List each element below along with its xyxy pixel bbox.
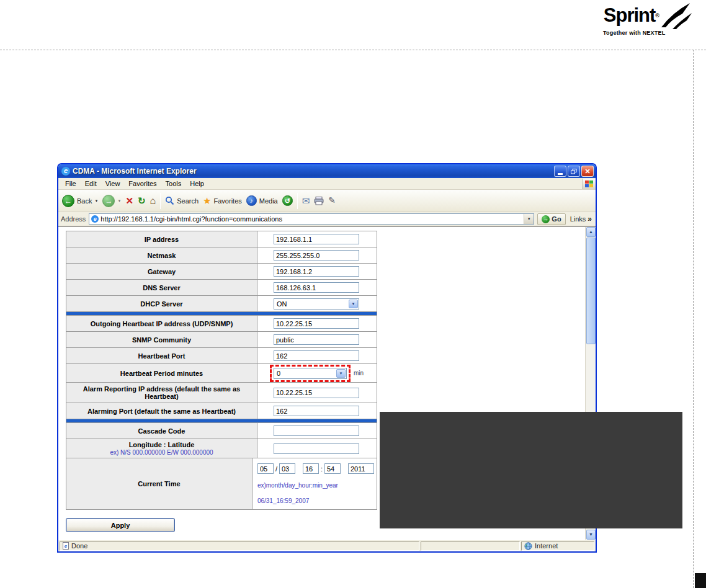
- dhcp-selected-value: ON: [277, 300, 287, 308]
- row-label: Gateway: [66, 264, 257, 279]
- row-label: Alarm Reporting IP address (default the …: [66, 383, 257, 403]
- stop-icon: ✕: [125, 196, 133, 205]
- mail-button[interactable]: ✉: [302, 196, 310, 205]
- back-label: Back: [77, 197, 92, 205]
- edit-button[interactable]: ✎: [328, 196, 336, 205]
- table-row-ip-address: IP address: [66, 231, 377, 247]
- refresh-button[interactable]: ↻: [138, 196, 146, 205]
- time-format-hint: ex)month/day_hour:min_year: [257, 482, 338, 489]
- close-icon: ✕: [584, 167, 590, 176]
- scroll-up-icon[interactable]: ▲: [586, 227, 596, 237]
- address-dropdown-icon[interactable]: ▼: [524, 214, 534, 224]
- snmp-community-input[interactable]: [274, 334, 359, 345]
- heartbeat-port-input[interactable]: [274, 350, 359, 361]
- menu-view[interactable]: View: [101, 179, 125, 189]
- netmask-input[interactable]: [274, 250, 359, 261]
- links-label: Links: [570, 215, 586, 223]
- select-dropdown-icon[interactable]: ▼: [349, 300, 358, 308]
- cascade-code-input[interactable]: [274, 425, 359, 436]
- menu-edit[interactable]: Edit: [81, 179, 101, 189]
- row-label: Outgoing Heartbeat IP address (UDP/SNMP): [66, 316, 257, 331]
- settings-table: IP address Netmask Gateway DNS Server: [66, 231, 377, 510]
- print-button[interactable]: [314, 197, 324, 205]
- ie-app-icon: e: [61, 167, 70, 176]
- scrollbar-thumb[interactable]: [586, 238, 596, 344]
- time-day-input[interactable]: [279, 463, 295, 474]
- row-label: Netmask: [66, 247, 257, 263]
- address-label: Address: [61, 215, 86, 223]
- media-label: Media: [259, 197, 278, 205]
- time-year-input[interactable]: [348, 463, 374, 474]
- page-done-icon: e: [63, 542, 69, 550]
- address-input[interactable]: [101, 214, 524, 224]
- window-title: CDMA - Microsoft Internet Explorer: [73, 167, 554, 176]
- search-button[interactable]: Search: [165, 196, 199, 205]
- alarm-ip-input[interactable]: [274, 388, 359, 398]
- longitude-latitude-input[interactable]: [274, 443, 359, 454]
- apply-button[interactable]: Apply: [66, 518, 175, 532]
- gateway-input[interactable]: [274, 266, 359, 277]
- longitude-format-hint: ex) N/S 000.000000 E/W 000.000000: [110, 449, 213, 456]
- media-button[interactable]: ♪ Media: [246, 195, 278, 206]
- history-button[interactable]: ↺: [282, 195, 293, 206]
- time-hour-input[interactable]: [303, 463, 319, 474]
- select-dropdown-icon[interactable]: ▼: [336, 369, 346, 378]
- registered-mark: ®: [655, 12, 659, 19]
- minimize-icon: [558, 173, 563, 175]
- title-bar[interactable]: e CDMA - Microsoft Internet Explorer ✕: [58, 164, 596, 178]
- row-label: Alarming Port (default the same as Heart…: [66, 403, 257, 419]
- settings-form: IP address Netmask Gateway DNS Server: [66, 231, 377, 532]
- back-dropdown-icon[interactable]: ▼: [94, 199, 98, 203]
- status-zone-panel: Internet: [521, 541, 594, 551]
- forward-icon: →: [102, 195, 115, 207]
- go-arrow-icon: →: [542, 215, 550, 223]
- refresh-icon: ↻: [138, 196, 146, 205]
- links-menu[interactable]: Links »: [569, 215, 593, 223]
- page-favicon: e: [91, 215, 99, 223]
- forward-dropdown-icon[interactable]: ▼: [117, 199, 121, 203]
- redaction-overlay: [380, 412, 682, 528]
- page-divider-horizontal: [0, 50, 706, 50]
- time-minute-input[interactable]: [324, 463, 341, 474]
- status-bar: e Done Internet: [58, 540, 596, 551]
- table-row-alarm-ip: Alarm Reporting IP address (default the …: [66, 383, 377, 403]
- status-spacer-panel: [421, 541, 520, 551]
- scroll-down-icon[interactable]: ▼: [586, 530, 596, 540]
- favorites-button[interactable]: ★ Favorites: [203, 196, 242, 205]
- time-slash-separator: /: [275, 465, 277, 473]
- restore-button[interactable]: [568, 166, 580, 177]
- time-colon-separator: :: [321, 465, 323, 473]
- menu-tools[interactable]: Tools: [161, 179, 186, 189]
- time-month-input[interactable]: [257, 463, 274, 474]
- minimize-button[interactable]: [554, 166, 566, 177]
- dns-server-input[interactable]: [274, 282, 359, 293]
- row-label: Heartbeat Period minutes: [66, 364, 257, 382]
- row-label: Longitude : Latitude: [129, 441, 195, 448]
- heartbeat-ip-input[interactable]: [274, 318, 359, 329]
- table-row-gateway: Gateway: [66, 264, 377, 280]
- toolbar-separator: [160, 193, 161, 209]
- menu-favorites[interactable]: Favorites: [124, 179, 161, 189]
- table-row-heartbeat-port: Heartbeat Port: [66, 348, 377, 364]
- time-example-hint: 06/31_16:59_2007: [257, 497, 309, 504]
- menu-help[interactable]: Help: [185, 179, 208, 189]
- heartbeat-period-select[interactable]: 0 ▼: [274, 368, 347, 379]
- close-button[interactable]: ✕: [581, 166, 594, 177]
- minutes-suffix: min: [354, 370, 364, 376]
- home-button[interactable]: ⌂: [150, 196, 156, 205]
- stop-button[interactable]: ✕: [125, 196, 133, 205]
- go-label: Go: [552, 215, 561, 223]
- forward-button[interactable]: → ▼: [102, 195, 121, 207]
- media-icon: ♪: [246, 195, 257, 206]
- ip-address-input[interactable]: [274, 234, 359, 244]
- row-label: SNMP Community: [66, 332, 257, 347]
- menu-file[interactable]: File: [61, 179, 81, 189]
- row-label: DHCP Server: [66, 296, 257, 311]
- dhcp-server-select[interactable]: ON ▼: [274, 298, 359, 310]
- go-button[interactable]: → Go: [537, 213, 565, 225]
- alarming-port-input[interactable]: [274, 406, 359, 416]
- brand-tagline: Together with NEXTEL: [581, 30, 692, 36]
- row-label: DNS Server: [66, 280, 257, 295]
- back-button[interactable]: ← Back ▼: [62, 195, 98, 207]
- back-icon: ←: [62, 195, 74, 207]
